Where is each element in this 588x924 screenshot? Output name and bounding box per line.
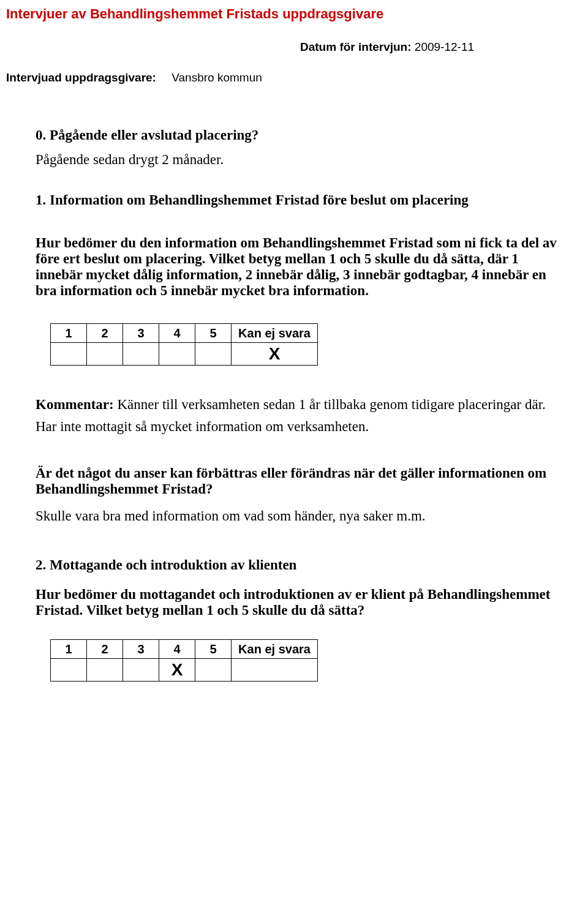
- q1-answer-row: X: [51, 343, 318, 366]
- q1-scale-4: 4: [159, 324, 195, 343]
- q2-ans-3: [123, 659, 159, 682]
- interviewee-value: Vansbro kommun: [172, 71, 262, 84]
- q1-ans-1: [51, 343, 87, 366]
- q1-scale-2: 2: [87, 324, 123, 343]
- q2-scale-3: 3: [123, 640, 159, 659]
- q1-ans-4: [159, 343, 195, 366]
- q1-scale-1: 1: [51, 324, 87, 343]
- q2-ans-4: X: [159, 659, 195, 682]
- q1-ans-kan: X: [232, 343, 318, 366]
- q1-scale-header-row: 1 2 3 4 5 Kan ej svara: [51, 324, 318, 343]
- q2-scale-1: 1: [51, 640, 87, 659]
- q2-body: Hur bedömer du mottagandet och introdukt…: [36, 587, 564, 618]
- q2-ans-2: [87, 659, 123, 682]
- q2-scale-5: 5: [195, 640, 232, 659]
- q1-ans-2: [87, 343, 123, 366]
- q1-comment-label: Kommentar:: [36, 397, 114, 412]
- q1-ans-5: [195, 343, 232, 366]
- q2-heading: 2. Mottagande och introduktion av klient…: [36, 557, 564, 573]
- q2-answer-row: X: [51, 659, 318, 682]
- q1-ans-3: [123, 343, 159, 366]
- q1-followup-question: Är det något du anser kan förbättras ell…: [36, 465, 564, 497]
- date-label: Datum för intervjun:: [300, 40, 412, 53]
- q1-followup-answer: Skulle vara bra med information om vad s…: [36, 508, 564, 524]
- q2-ans-kan: [232, 659, 318, 682]
- q2-ans-1: [51, 659, 87, 682]
- q1-scale-5: 5: [195, 324, 232, 343]
- q0-answer: Pågående sedan drygt 2 månader.: [36, 152, 564, 168]
- q2-rating-table: 1 2 3 4 5 Kan ej svara X: [50, 639, 318, 682]
- interviewee-line: Intervjuad uppdragsgivare: Vansbro kommu…: [6, 71, 564, 85]
- q2-scale-4: 4: [159, 640, 195, 659]
- interviewee-label: Intervjuad uppdragsgivare:: [6, 71, 168, 85]
- q2-scale-2: 2: [87, 640, 123, 659]
- q1-comment: Kommentar: Känner till verksamheten seda…: [36, 394, 564, 437]
- interview-date: Datum för intervjun: 2009-12-11: [6, 40, 564, 54]
- q1-scale-3: 3: [123, 324, 159, 343]
- q2-scale-header-row: 1 2 3 4 5 Kan ej svara: [51, 640, 318, 659]
- q1-heading: 1. Information om Behandlingshemmet Fris…: [36, 192, 564, 208]
- q2-ans-5: [195, 659, 232, 682]
- date-value-text: 2009-12-11: [415, 40, 474, 53]
- q0-title: 0. Pågående eller avslutad placering?: [36, 127, 564, 143]
- page-title: Intervjuer av Behandlingshemmet Fristads…: [6, 6, 564, 22]
- q1-body: Hur bedömer du den information om Behand…: [36, 235, 564, 299]
- q1-scale-kan: Kan ej svara: [232, 324, 318, 343]
- q1-rating-table: 1 2 3 4 5 Kan ej svara X: [50, 323, 318, 366]
- q2-scale-kan: Kan ej svara: [232, 640, 318, 659]
